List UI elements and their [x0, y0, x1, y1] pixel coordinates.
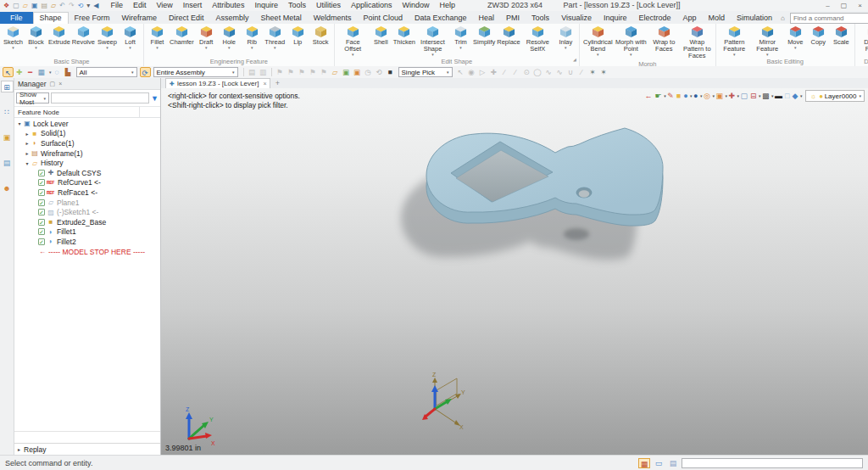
- circle-icon[interactable]: ◯: [532, 67, 543, 77]
- tab-heal[interactable]: Heal: [473, 12, 501, 24]
- revolve-button[interactable]: Revolve: [71, 25, 96, 46]
- arc-icon[interactable]: ∪: [565, 67, 576, 77]
- chamfer-button[interactable]: Chamfer: [169, 25, 195, 46]
- tab-pmi[interactable]: PMI: [500, 12, 526, 24]
- chevron-down-icon[interactable]: ▾: [664, 93, 666, 98]
- extrude-button[interactable]: Extrude: [47, 25, 71, 46]
- tree-checkbox[interactable]: ✓: [38, 238, 45, 245]
- line-tool-icon[interactable]: ∕: [499, 67, 510, 77]
- menu-attributes[interactable]: Attributes: [207, 0, 249, 11]
- tree-node-fillet2[interactable]: ✓◗Fillet2: [14, 237, 160, 247]
- chevron-down-icon[interactable]: ▾: [800, 93, 803, 98]
- state-pin-icon-5[interactable]: ⚑: [319, 67, 330, 77]
- open-folder-icon[interactable]: ▱: [21, 2, 30, 9]
- console-icon[interactable]: ▤: [667, 458, 679, 468]
- menu-help[interactable]: Help: [435, 0, 461, 11]
- canvas-color-icon[interactable]: □: [785, 92, 789, 100]
- exit-icon[interactable]: ←: [645, 92, 653, 100]
- dropdown-arrow-icon[interactable]: ▾: [12, 46, 14, 50]
- float-pane-icon[interactable]: ▢: [50, 81, 56, 87]
- minimize-button[interactable]: –: [820, 0, 836, 11]
- dropdown-arrow-icon[interactable]: ▾: [228, 46, 231, 50]
- state-pin-icon-4[interactable]: ⚑: [308, 67, 319, 77]
- block-button[interactable]: Block▾: [25, 25, 47, 50]
- menu-window[interactable]: Window: [397, 0, 434, 11]
- tree-checkbox[interactable]: ✓: [38, 189, 45, 196]
- dropdown-arrow-icon[interactable]: ▾: [565, 46, 567, 50]
- dropdown-arrow-icon[interactable]: ▾: [156, 46, 159, 50]
- sweep-button[interactable]: Sweep▾: [96, 25, 119, 50]
- redo-icon[interactable]: ↷: [67, 2, 76, 9]
- dropdown-arrow-icon[interactable]: ▾: [459, 46, 462, 50]
- menu-file[interactable]: File: [105, 0, 128, 11]
- remove-entity-icon[interactable]: ━: [25, 67, 36, 77]
- tab-app[interactable]: App: [677, 12, 703, 24]
- tree-node-fillet1[interactable]: ✓◗Fillet1: [14, 227, 160, 238]
- tab-mold[interactable]: Mold: [703, 12, 732, 24]
- tree-checkbox[interactable]: ✓: [38, 228, 45, 235]
- mirror-feature-button[interactable]: Mirror Feature▾: [751, 25, 784, 57]
- replay-expander-icon[interactable]: ▸: [18, 446, 20, 452]
- move-button[interactable]: Move▾: [784, 25, 807, 50]
- history-manager-icon[interactable]: ⊞: [1, 81, 14, 92]
- inlay-button[interactable]: Inlay▾: [554, 25, 577, 50]
- single-pick-select[interactable]: Single Pick▾: [398, 67, 453, 77]
- black-bar-icon[interactable]: ▬: [775, 92, 782, 100]
- tree-node-solid-1[interactable]: ▸■Solid(1): [14, 129, 160, 139]
- palette-icon[interactable]: ▣: [352, 67, 363, 77]
- tree-node-history[interactable]: ▾▱History: [14, 158, 160, 168]
- brush-icon[interactable]: ✎: [667, 92, 674, 100]
- pick-last-icon[interactable]: ◉: [466, 67, 477, 77]
- regen-icon[interactable]: ⟲: [76, 2, 86, 9]
- print-icon[interactable]: ▤: [39, 2, 49, 9]
- layer-select[interactable]: ☼●Layer0000▾: [805, 90, 865, 102]
- close-button[interactable]: ×: [852, 0, 868, 11]
- menu-tools[interactable]: Tools: [283, 0, 311, 11]
- dropdown-arrow-icon[interactable]: ▾: [205, 46, 208, 50]
- undo-icon[interactable]: ↶: [58, 2, 67, 9]
- intersect-shape-button[interactable]: Intersect Shape▾: [416, 25, 449, 57]
- scale-button[interactable]: Scale: [830, 25, 853, 46]
- tree-expander-icon[interactable]: ▸: [24, 150, 31, 156]
- entire-assembly-select[interactable]: Entire Assembly▾: [153, 67, 238, 77]
- filter-funnel-icon[interactable]: ▼: [151, 94, 159, 103]
- insert-feature-icon[interactable]: ▦: [36, 67, 47, 77]
- material-icon[interactable]: ◆: [793, 92, 798, 100]
- new-file-icon[interactable]: ▢: [11, 2, 21, 9]
- copy-button[interactable]: Copy: [807, 25, 830, 46]
- visual-manager-icon[interactable]: ▣: [1, 131, 14, 143]
- dropdown-arrow-icon[interactable]: ▾: [251, 46, 253, 50]
- wrap-pattern-to-faces-button[interactable]: Wrap Pattern to Faces: [681, 25, 714, 59]
- wrap-to-faces-button[interactable]: Wrap to Faces: [648, 25, 681, 53]
- dropdown-arrow-icon[interactable]: ▾: [106, 46, 108, 50]
- shaded-box-icon[interactable]: ■: [676, 92, 681, 100]
- tree-expander-icon[interactable]: ▾: [24, 160, 31, 166]
- lip-button[interactable]: Lip: [287, 25, 309, 46]
- wireframe-mode-icon[interactable]: ◎: [704, 92, 710, 100]
- monitor-icon[interactable]: ▭: [653, 458, 665, 468]
- chevron-down-icon[interactable]: ▾: [737, 93, 739, 98]
- select-cursor-icon[interactable]: ↖: [455, 67, 466, 77]
- sketch-button[interactable]: Sketch▾: [2, 25, 25, 50]
- menu-utilities[interactable]: Utilities: [311, 0, 346, 11]
- tree-node-extrude2-base[interactable]: ✓■Extrude2_Base: [14, 217, 160, 227]
- thicken-button[interactable]: Thicken: [392, 25, 416, 46]
- tab-data-exchange[interactable]: Data Exchange: [409, 12, 473, 24]
- chevron-down-icon[interactable]: ▾: [725, 93, 727, 98]
- pick-chain-icon[interactable]: ▷: [477, 67, 488, 77]
- spline-icon[interactable]: ∿: [543, 67, 554, 77]
- align-vertical-icon[interactable]: ▥: [258, 67, 269, 77]
- shell-button[interactable]: Shell: [370, 25, 392, 46]
- dropdown-arrow-icon[interactable]: ▾: [794, 46, 797, 50]
- tab-file[interactable]: File: [0, 12, 33, 24]
- tab-sheet-metal[interactable]: Sheet Metal: [255, 12, 308, 24]
- chevron-down-icon[interactable]: ▾: [771, 93, 774, 98]
- export-folder-icon[interactable]: ▱: [49, 2, 58, 9]
- dropdown-arrow-icon[interactable]: ▾: [630, 53, 632, 57]
- replace-button[interactable]: Replace: [496, 25, 521, 46]
- calculator-icon[interactable]: ▦: [638, 458, 650, 468]
- hole-button[interactable]: Hole▾: [218, 25, 241, 50]
- tab-shape[interactable]: Shape: [33, 12, 69, 24]
- tab-tools[interactable]: Tools: [526, 12, 555, 24]
- tab-free-form[interactable]: Free Form: [69, 12, 116, 24]
